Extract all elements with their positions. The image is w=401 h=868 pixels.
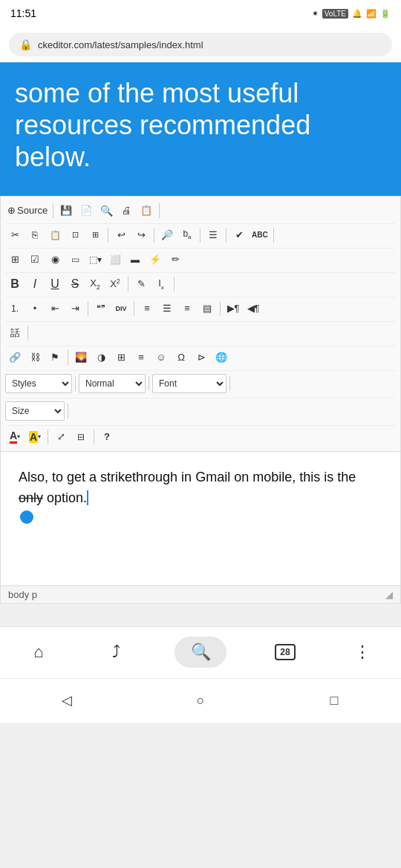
text-cursor [87,490,88,505]
pencil-button[interactable]: ✏ [166,250,185,269]
align-right-button[interactable]: ≡ [177,299,197,318]
align-left-button[interactable]: ≡ [137,299,157,318]
copy-button[interactable]: ⎘ [25,226,45,245]
inline-style-button[interactable]: ✎ [131,274,151,294]
spellcheck-button[interactable]: ✔ [229,226,249,245]
find-icon: 🔎 [161,229,173,240]
sep2 [159,203,160,218]
table-button[interactable]: ⊞ [5,250,25,269]
print-button[interactable]: 🖨 [117,201,136,220]
new-page-button[interactable]: 📄 [76,201,96,220]
abc-button[interactable]: ABC [250,226,270,245]
cut-icon: ✂ [11,229,19,240]
templates-icon: 📋 [140,205,152,216]
italic-button[interactable]: I [25,274,45,294]
redo-button[interactable]: ↪ [131,226,151,245]
superscript-button[interactable]: X2 [105,274,125,294]
omega-icon: Ω [177,352,185,363]
paste-text-button[interactable]: ⊡ [65,226,85,245]
undo-button[interactable]: ↩ [111,226,131,245]
sep3 [108,228,108,243]
bold-button[interactable]: B [5,274,25,294]
indent-less-icon: ⇤ [51,303,59,314]
font-bg-arrow: ▾ [38,433,41,440]
editor-status-bar: body p ◢ [1,585,400,603]
size-select[interactable]: Size [5,401,65,421]
share-button[interactable]: ⤴ [97,634,134,671]
maximize-button[interactable]: ⤢ [51,427,71,447]
styles-select[interactable]: Styles [5,374,72,393]
editor-content[interactable]: Also, to get a strikethrough in Gmail on… [1,452,400,585]
anchor-button[interactable]: ⚑ [45,348,65,367]
bullet-list-button[interactable]: • [25,299,45,318]
button-widget[interactable]: ⬜ [105,250,125,269]
numbered-list-button[interactable]: 1. [5,299,25,318]
save-button[interactable]: 💾 [56,201,76,220]
new-page-icon: 📄 [80,205,92,216]
sep12 [220,301,221,316]
globe-button[interactable]: 🌐 [212,348,231,367]
url-bar[interactable]: 🔒 ckeditor.com/latest/samples/index.html [9,33,392,56]
back-button[interactable]: ◁ [45,685,89,715]
input-button[interactable]: ▭ [65,250,85,269]
checkbox-icon: ☑ [30,254,39,265]
lines-button[interactable]: ≡ [131,348,151,367]
font-color-button[interactable]: A ▾ [5,427,25,447]
search-button[interactable]: 🔍 [175,637,226,668]
help-button[interactable]: ? [97,427,117,447]
sep19 [48,430,48,444]
color-wheel-button[interactable]: ◑ [91,348,111,367]
select-button[interactable]: ⬚▾ [85,250,105,269]
rtl-button[interactable]: ◀¶ [244,299,263,318]
home-circle-button[interactable]: ○ [178,685,223,715]
unlink-button[interactable]: ⛓ [25,348,45,367]
underline-button[interactable]: U [45,274,65,294]
strikethrough-button[interactable]: S [65,274,85,294]
cut-button[interactable]: ✂ [5,226,25,245]
justify-button[interactable]: ▤ [198,299,217,318]
cjk-button[interactable]: 話 [5,323,25,343]
indent3-button[interactable]: ⊳ [192,348,211,367]
source-button[interactable]: ⊕ Source [5,201,50,220]
font-bg-button[interactable]: A ▾ [25,427,45,447]
recents-button[interactable]: □ [312,685,356,715]
home-button[interactable]: ⌂ [20,634,57,671]
checkbox-button[interactable]: ☑ [25,250,45,269]
paste-button[interactable]: 📋 [45,226,65,245]
div-button[interactable]: DIV [111,299,131,318]
resize-handle[interactable]: ◢ [385,589,393,600]
find-button[interactable]: 🔎 [157,226,177,245]
sep5 [200,228,200,243]
table2-button[interactable]: ⊞ [111,348,131,367]
indent3-icon: ⊳ [198,352,206,363]
select-all-button[interactable]: ☰ [203,226,223,245]
templates-button[interactable]: 📋 [137,201,156,220]
replace-button[interactable]: ba [177,226,197,245]
content-text-after: option. [43,490,87,505]
align-center-button[interactable]: ☰ [157,299,177,318]
select-icon: ⬚▾ [89,254,102,265]
indent-less-button[interactable]: ⇤ [45,299,65,318]
flash-button[interactable]: ⚡ [146,250,165,269]
paste-word-button[interactable]: ⊞ [85,226,105,245]
remove-format-button[interactable]: Ix [151,274,171,294]
image-button[interactable]: 🌄 [71,348,91,367]
font-color-icon: A [10,430,17,444]
omega-button[interactable]: Ω [172,348,191,367]
normal-select[interactable]: Normal [79,374,146,393]
emoji-button[interactable]: ☺ [151,348,171,367]
link-button[interactable]: 🔗 [5,348,25,367]
more-options-button[interactable]: ⋮ [344,634,381,671]
show-blocks-button[interactable]: ⊟ [71,427,91,447]
font-select[interactable]: Font [152,374,226,393]
indent-more-button[interactable]: ⇥ [65,299,85,318]
preview-button[interactable]: 🔍 [97,201,116,220]
blockquote-button[interactable]: ❝❞ [91,299,111,318]
iframe-button[interactable]: ▬ [125,250,145,269]
ltr-button[interactable]: ▶¶ [224,299,243,318]
subscript-button[interactable]: X2 [85,274,105,294]
toolbar-row-10: A ▾ A ▾ ⤢ ⊟ ? [5,425,396,448]
tabs-button[interactable]: 28 [267,634,304,671]
radio-button[interactable]: ◉ [45,250,65,269]
spacer [0,604,401,626]
